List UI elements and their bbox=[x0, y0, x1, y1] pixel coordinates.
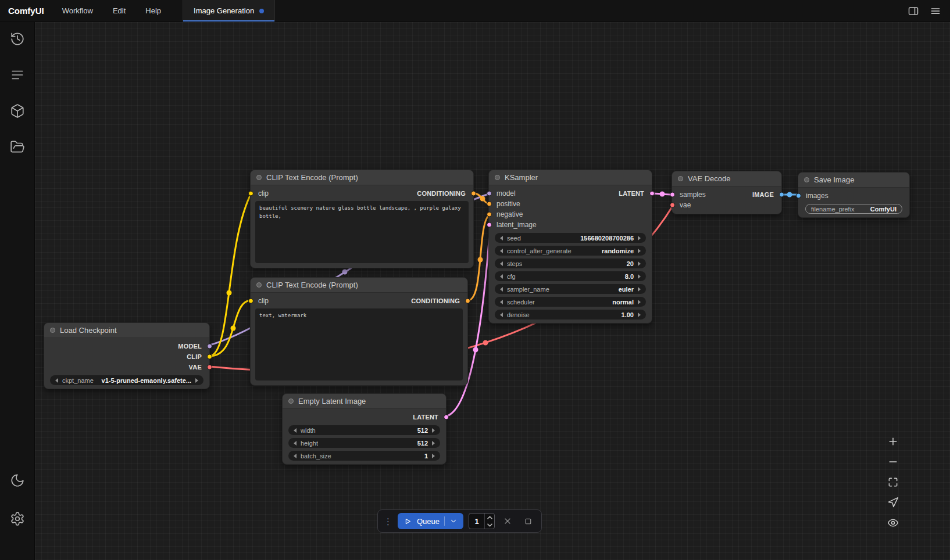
decrement-arrow-icon[interactable] bbox=[500, 274, 503, 279]
menu-edit[interactable]: Edit bbox=[103, 0, 135, 21]
increment-arrow-icon[interactable] bbox=[432, 441, 435, 446]
panel-toggle-icon[interactable] bbox=[903, 2, 923, 20]
queue-list-icon[interactable] bbox=[9, 66, 26, 84]
input-port-images[interactable] bbox=[795, 193, 802, 199]
increment-arrow-icon[interactable] bbox=[638, 300, 641, 304]
decrement-arrow-icon[interactable] bbox=[294, 454, 297, 458]
node-empty-latent-image[interactable]: Empty Latent Image LATENT width 512 heig… bbox=[282, 393, 447, 465]
increment-arrow-icon[interactable] bbox=[432, 428, 435, 433]
node-header[interactable]: KSampler bbox=[489, 170, 652, 185]
collapse-dot[interactable] bbox=[288, 399, 294, 404]
input-port-model[interactable] bbox=[486, 191, 492, 197]
output-port-image[interactable] bbox=[778, 192, 785, 198]
collapse-dot[interactable] bbox=[50, 328, 55, 333]
collapse-dot[interactable] bbox=[678, 176, 683, 181]
decrement-arrow-icon[interactable] bbox=[294, 428, 297, 433]
theme-toggle-moon-icon[interactable] bbox=[9, 472, 26, 489]
tab-image-generation[interactable]: Image Generation bbox=[183, 0, 275, 21]
node-save-image[interactable]: Save Image images filename_prefix ComfyU… bbox=[798, 172, 910, 218]
fit-view-icon[interactable] bbox=[885, 475, 901, 489]
app-logo[interactable]: ComfyUI bbox=[0, 0, 52, 21]
node-load-checkpoint[interactable]: Load Checkpoint MODEL CLIP VAE ckpt_name… bbox=[44, 322, 210, 389]
increment-arrow-icon[interactable] bbox=[638, 287, 641, 292]
collapse-dot[interactable] bbox=[804, 177, 809, 182]
increment-arrow-icon[interactable] bbox=[432, 454, 435, 458]
node-clip-text-encode-negative[interactable]: CLIP Text Encode (Prompt) clip CONDITION… bbox=[250, 277, 468, 386]
collapse-dot[interactable] bbox=[256, 282, 262, 288]
widget-scheduler[interactable]: scheduler normal bbox=[495, 297, 646, 307]
widget-batch-size[interactable]: batch_size 1 bbox=[288, 451, 440, 461]
widget-seed[interactable]: seed 156680208700286 bbox=[495, 233, 646, 243]
prompt-textarea[interactable]: beautiful scenery nature glass bottle la… bbox=[255, 201, 469, 263]
workflows-folder-icon[interactable] bbox=[9, 138, 26, 156]
output-port-clip[interactable] bbox=[206, 354, 213, 360]
input-port-latent-image[interactable] bbox=[486, 222, 492, 228]
widget-width[interactable]: width 512 bbox=[288, 425, 440, 435]
node-header[interactable]: VAE Decode bbox=[672, 171, 781, 186]
zoom-out-icon[interactable] bbox=[885, 455, 901, 469]
widget-filename-prefix[interactable]: filename_prefix ComfyUI bbox=[805, 204, 902, 214]
increment-arrow-icon[interactable] bbox=[638, 249, 641, 253]
decrement-arrow-icon[interactable] bbox=[500, 249, 503, 253]
increment-arrow-icon[interactable] bbox=[195, 378, 198, 383]
stop-icon[interactable] bbox=[520, 514, 535, 529]
select-mode-icon[interactable] bbox=[885, 496, 901, 509]
output-port-conditioning[interactable] bbox=[470, 191, 477, 197]
input-port-samples[interactable] bbox=[669, 192, 676, 198]
menu-workflow[interactable]: Workflow bbox=[52, 0, 103, 21]
widget-ckpt-name[interactable]: ckpt_name v1-5-pruned-emaonly.safete... bbox=[50, 375, 203, 385]
collapse-dot[interactable] bbox=[256, 175, 262, 180]
output-port-vae[interactable] bbox=[206, 364, 213, 371]
decrement-arrow-icon[interactable] bbox=[500, 300, 503, 304]
prompt-textarea[interactable]: text, watermark bbox=[255, 308, 463, 380]
increment-arrow-icon[interactable] bbox=[638, 261, 641, 266]
queue-button[interactable]: Queue bbox=[398, 513, 463, 529]
input-port-clip[interactable] bbox=[248, 191, 254, 197]
node-header[interactable]: Load Checkpoint bbox=[44, 323, 209, 338]
decrement-arrow-icon[interactable] bbox=[55, 378, 58, 383]
batch-count-value[interactable]: 1 bbox=[469, 514, 484, 529]
widget-control-after-generate[interactable]: control_after_generate randomize bbox=[495, 246, 646, 256]
node-header[interactable]: CLIP Text Encode (Prompt) bbox=[251, 278, 467, 293]
output-port-latent[interactable] bbox=[649, 191, 655, 197]
decrement-batch-icon[interactable] bbox=[485, 521, 494, 529]
node-ksampler[interactable]: KSampler model LATENT positive negative … bbox=[488, 170, 652, 324]
input-port-negative[interactable] bbox=[486, 211, 492, 218]
increment-arrow-icon[interactable] bbox=[638, 274, 641, 279]
input-port-clip[interactable] bbox=[248, 298, 254, 304]
node-header[interactable]: CLIP Text Encode (Prompt) bbox=[251, 170, 473, 185]
output-port-latent[interactable] bbox=[443, 414, 449, 421]
output-port-conditioning[interactable] bbox=[465, 298, 471, 304]
decrement-arrow-icon[interactable] bbox=[500, 236, 503, 240]
input-port-vae[interactable] bbox=[669, 202, 676, 209]
widget-height[interactable]: height 512 bbox=[288, 438, 440, 448]
widget-steps[interactable]: steps 20 bbox=[495, 259, 646, 268]
node-clip-text-encode-positive[interactable]: CLIP Text Encode (Prompt) clip CONDITION… bbox=[250, 170, 474, 268]
widget-denoise[interactable]: denoise 1.00 bbox=[495, 310, 646, 320]
batch-count-input[interactable]: 1 bbox=[469, 513, 495, 529]
decrement-arrow-icon[interactable] bbox=[500, 287, 503, 292]
decrement-arrow-icon[interactable] bbox=[294, 441, 297, 446]
settings-gear-icon[interactable] bbox=[9, 510, 26, 527]
widget-sampler-name[interactable]: sampler_name euler bbox=[495, 284, 646, 294]
collapse-dot[interactable] bbox=[495, 175, 500, 180]
node-header[interactable]: Save Image bbox=[798, 173, 909, 188]
increment-arrow-icon[interactable] bbox=[638, 236, 641, 240]
node-vae-decode[interactable]: VAE Decode samples IMAGE vae bbox=[672, 171, 782, 214]
drag-handle-icon[interactable]: ⋮ bbox=[384, 517, 392, 526]
increment-arrow-icon[interactable] bbox=[638, 313, 641, 317]
decrement-arrow-icon[interactable] bbox=[500, 261, 503, 266]
increment-batch-icon[interactable] bbox=[485, 514, 494, 521]
model-library-icon[interactable] bbox=[9, 102, 26, 120]
node-header[interactable]: Empty Latent Image bbox=[283, 394, 446, 409]
menu-help[interactable]: Help bbox=[135, 0, 171, 21]
clear-queue-icon[interactable] bbox=[500, 514, 515, 529]
toggle-visibility-eye-icon[interactable] bbox=[885, 516, 901, 530]
input-port-positive[interactable] bbox=[486, 201, 492, 207]
decrement-arrow-icon[interactable] bbox=[500, 313, 503, 317]
hamburger-menu-icon[interactable] bbox=[926, 2, 945, 20]
widget-cfg[interactable]: cfg 8.0 bbox=[495, 271, 646, 281]
zoom-in-icon[interactable] bbox=[885, 435, 901, 448]
chevron-down-icon[interactable] bbox=[449, 517, 458, 525]
history-icon[interactable] bbox=[9, 30, 26, 48]
